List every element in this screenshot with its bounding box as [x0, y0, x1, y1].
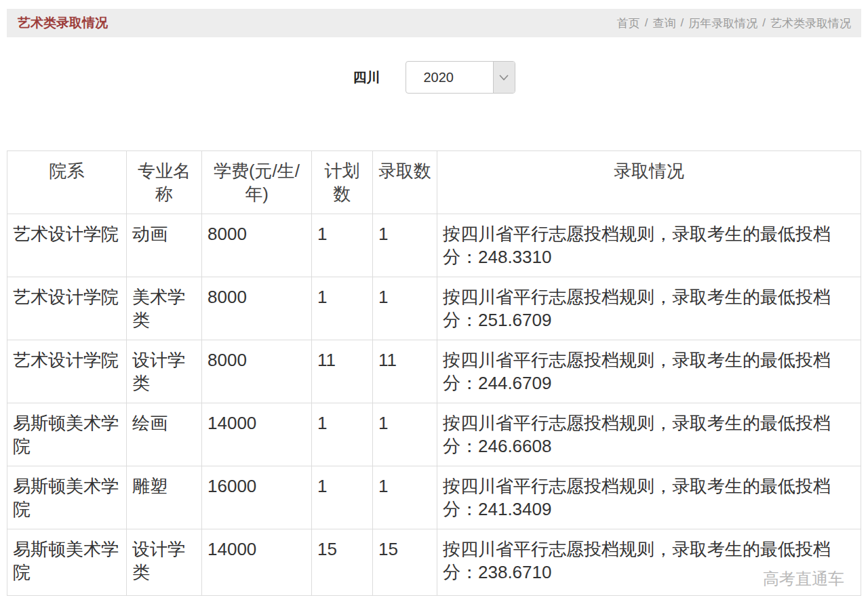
cell-major: 美术学类 — [127, 277, 202, 340]
cell-admission-detail: 按四川省平行志愿投档规则，录取考生的最低投档分：251.6709 — [437, 277, 861, 340]
admission-table-wrap: 院系 专业名称 学费(元/生/年) 计划数 录取数 录取情况 艺术设计学院 动画… — [7, 150, 861, 596]
cell-tuition: 8000 — [202, 277, 312, 340]
table-row: 易斯顿美术学院 绘画 14000 1 1 按四川省平行志愿投档规则，录取考生的最… — [7, 403, 861, 466]
cell-department: 易斯顿美术学院 — [7, 466, 127, 529]
breadcrumb-item-current: 艺术类录取情况 — [770, 16, 851, 31]
cell-plan-count: 1 — [312, 277, 373, 340]
cell-admit-count: 11 — [373, 340, 437, 403]
breadcrumb-item-query[interactable]: 查询 — [653, 16, 676, 31]
cell-department: 艺术设计学院 — [7, 340, 127, 403]
cell-admit-count: 15 — [373, 529, 437, 596]
year-select-arrow-button[interactable] — [493, 62, 515, 93]
province-label: 四川 — [353, 68, 380, 87]
cell-tuition: 8000 — [202, 340, 312, 403]
col-header-plan-count: 计划数 — [312, 151, 373, 214]
table-row: 易斯顿美术学院 设计学类 14000 15 15 按四川省平行志愿投档规则，录取… — [7, 529, 861, 596]
cell-tuition: 16000 — [202, 466, 312, 529]
cell-plan-count: 1 — [312, 214, 373, 277]
table-row: 易斯顿美术学院 雕塑 16000 1 1 按四川省平行志愿投档规则，录取考生的最… — [7, 466, 861, 529]
cell-admit-count: 1 — [373, 466, 437, 529]
table-row: 艺术设计学院 美术学类 8000 1 1 按四川省平行志愿投档规则，录取考生的最… — [7, 277, 861, 340]
col-header-department: 院系 — [7, 151, 127, 214]
cell-department: 艺术设计学院 — [7, 214, 127, 277]
filter-row: 四川 2020 — [7, 61, 861, 94]
cell-major: 雕塑 — [127, 466, 202, 529]
col-header-tuition: 学费(元/生/年) — [202, 151, 312, 214]
cell-admission-detail: 按四川省平行志愿投档规则，录取考生的最低投档分：238.6710 — [437, 529, 861, 596]
cell-admission-detail: 按四川省平行志愿投档规则，录取考生的最低投档分：246.6608 — [437, 403, 861, 466]
table-row: 艺术设计学院 动画 8000 1 1 按四川省平行志愿投档规则，录取考生的最低投… — [7, 214, 861, 277]
cell-major: 绘画 — [127, 403, 202, 466]
cell-plan-count: 11 — [312, 340, 373, 403]
cell-admission-detail: 按四川省平行志愿投档规则，录取考生的最低投档分：241.3409 — [437, 466, 861, 529]
cell-major: 动画 — [127, 214, 202, 277]
admission-table: 院系 专业名称 学费(元/生/年) 计划数 录取数 录取情况 艺术设计学院 动画… — [7, 150, 861, 596]
chevron-down-icon — [499, 71, 509, 83]
cell-plan-count: 15 — [312, 529, 373, 596]
year-select-value: 2020 — [406, 62, 493, 93]
top-title-bar: 艺术类录取情况 首页 / 查询 / 历年录取情况 / 艺术类录取情况 — [7, 9, 861, 37]
cell-tuition: 14000 — [202, 529, 312, 596]
table-row: 艺术设计学院 设计学类 8000 11 11 按四川省平行志愿投档规则，录取考生… — [7, 340, 861, 403]
cell-admit-count: 1 — [373, 214, 437, 277]
cell-admit-count: 1 — [373, 403, 437, 466]
cell-major: 设计学类 — [127, 529, 202, 596]
breadcrumb-item-home[interactable]: 首页 — [617, 16, 640, 31]
year-select[interactable]: 2020 — [406, 61, 515, 94]
breadcrumb: 首页 / 查询 / 历年录取情况 / 艺术类录取情况 — [617, 16, 851, 31]
cell-plan-count: 1 — [312, 466, 373, 529]
cell-admission-detail: 按四川省平行志愿投档规则，录取考生的最低投档分：248.3310 — [437, 214, 861, 277]
breadcrumb-separator: / — [762, 16, 766, 30]
cell-department: 易斯顿美术学院 — [7, 403, 127, 466]
page: 艺术类录取情况 首页 / 查询 / 历年录取情况 / 艺术类录取情况 四川 20… — [0, 0, 868, 596]
cell-admit-count: 1 — [373, 277, 437, 340]
table-header-row: 院系 专业名称 学费(元/生/年) 计划数 录取数 录取情况 — [7, 151, 861, 214]
col-header-admission-detail: 录取情况 — [437, 151, 861, 214]
cell-major: 设计学类 — [127, 340, 202, 403]
cell-department: 艺术设计学院 — [7, 277, 127, 340]
breadcrumb-separator: / — [645, 16, 648, 30]
col-header-admit-count: 录取数 — [373, 151, 437, 214]
breadcrumb-separator: / — [681, 16, 684, 30]
cell-tuition: 8000 — [202, 214, 312, 277]
breadcrumb-item-history-admission[interactable]: 历年录取情况 — [688, 16, 757, 31]
col-header-major: 专业名称 — [127, 151, 202, 214]
cell-plan-count: 1 — [312, 403, 373, 466]
cell-admission-detail: 按四川省平行志愿投档规则，录取考生的最低投档分：244.6709 — [437, 340, 861, 403]
cell-tuition: 14000 — [202, 403, 312, 466]
cell-department: 易斯顿美术学院 — [7, 529, 127, 596]
page-title: 艺术类录取情况 — [18, 14, 108, 32]
